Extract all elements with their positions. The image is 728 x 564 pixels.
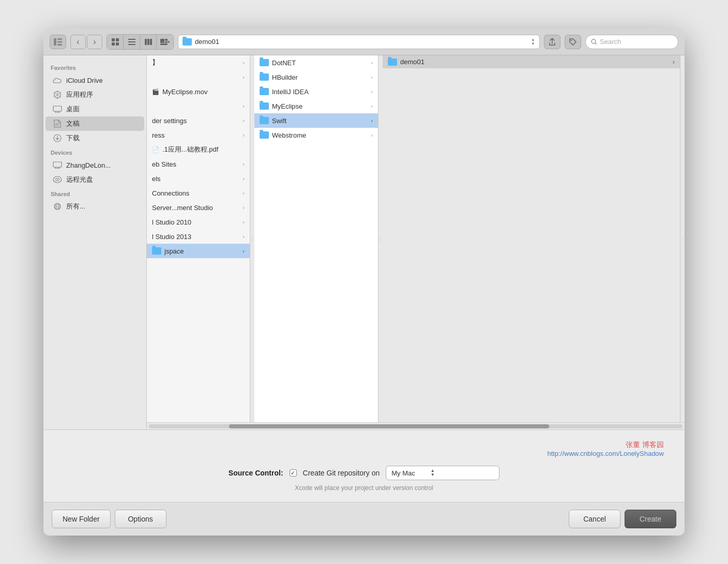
location-arrows: ▲▼ [531,38,535,46]
list-item[interactable]: › [147,70,250,84]
search-box[interactable]: Search [585,35,678,49]
devices-label: Devices [43,145,146,158]
apps-icon [53,90,62,99]
gallery-view-button[interactable]: ▾ [157,35,173,49]
cancel-button[interactable]: Cancel [569,510,620,528]
save-dialog: ‹ › [43,28,685,536]
chevron-right-icon: › [242,204,245,211]
favorites-label: Favorites [43,61,146,73]
folder-icon [260,59,269,66]
sidebar-item-disk[interactable]: 远程光盘 [46,172,144,187]
list-item[interactable]: MyEclipse › [254,99,378,113]
create-button[interactable]: Create [625,510,676,528]
downloads-label: 下载 [66,133,80,143]
chevron-right-icon: › [242,117,245,124]
column-2: DotNET › HBuilder › In [254,55,378,422]
svg-rect-2 [57,41,62,42]
desktop-label: 桌面 [66,105,80,114]
list-item[interactable]: eb Sites › [147,157,250,171]
column-view-button[interactable] [140,35,157,49]
chevron-right-icon: › [242,132,245,138]
svg-rect-13 [150,39,152,45]
svg-rect-12 [147,39,149,45]
list-item[interactable]: der settings › [147,113,250,128]
chevron-right-icon: › [242,60,245,66]
new-folder-button[interactable]: New Folder [52,510,111,528]
source-control-label: Source Control: [229,469,283,477]
col-separator-3[interactable]: ⋮ [680,55,685,422]
back-button[interactable]: ‹ [70,35,86,49]
svg-rect-3 [57,44,62,46]
tag-button[interactable] [565,35,581,49]
list-item[interactable]: 📄 .1应用...础教程.pdf [147,142,250,157]
col-separator-1[interactable]: ⋮ [250,55,254,422]
monitor-icon [53,160,62,170]
chevron-right-icon: › [242,103,245,109]
list-item[interactable]: Webstrome › [254,128,378,142]
docs-icon [53,119,62,128]
git-checkbox[interactable]: ✓ [290,469,297,477]
search-icon [591,39,597,45]
nav-buttons: ‹ › [70,35,102,49]
scrollbar-thumb[interactable] [229,424,549,428]
scrollbar-track[interactable] [149,424,682,428]
list-item[interactable]: DotNET › [254,55,378,70]
folder-icon [260,117,269,124]
chevron-right-icon: › [371,132,373,138]
location-bar[interactable]: demo01 ▲▼ [178,35,540,49]
sidebar-item-docs[interactable]: 文稿 [46,116,144,131]
sidebar-item-apps[interactable]: 应用程序 [46,87,144,102]
git-text: Create Git repository on [303,469,380,477]
network-label: 所有... [66,202,85,211]
col-separator-2[interactable]: ⋮ [378,55,383,422]
share-button[interactable] [544,35,560,49]
svg-rect-7 [116,42,119,46]
options-button[interactable]: Options [115,510,166,528]
chevron-right-icon: › [371,74,373,80]
sidebar-toggle-button[interactable] [50,35,66,49]
shared-label: Shared [43,187,146,199]
svg-rect-11 [145,39,147,45]
svg-point-18 [571,39,572,40]
list-item[interactable]: l Studio 2013 › [147,229,250,244]
browser-area: 】 › › 🎬 MyEclipse.mov [147,55,685,429]
column3-title: demo01 [400,58,424,66]
location-text: demo01 [195,38,219,46]
icon-view-button[interactable] [107,35,124,49]
list-item[interactable]: jspace › [147,244,250,258]
sidebar-item-mac[interactable]: ZhangDeLon... [46,158,144,172]
column-1: 】 › › 🎬 MyEclipse.mov [147,55,250,422]
git-dropdown[interactable]: My Mac ▲▼ [386,466,499,480]
columns-container: 】 › › 🎬 MyEclipse.mov [147,55,685,422]
sidebar-item-desktop[interactable]: 桌面 [46,102,144,116]
watermark: 张董 博客园 http://www.cnblogs.com/LonelyShad… [64,440,664,457]
chevron-right-icon: › [242,233,245,240]
sidebar-item-network[interactable]: 所有... [46,199,144,214]
disk-icon [53,175,62,184]
list-view-button[interactable] [124,35,140,49]
svg-rect-28 [53,162,62,167]
list-item[interactable]: ress › [147,128,250,142]
forward-button[interactable]: › [87,35,102,49]
list-item[interactable]: els › [147,171,250,186]
list-item[interactable]: Connections › [147,186,250,200]
list-item[interactable]: 🎬 MyEclipse.mov [147,84,250,99]
list-item[interactable]: HBuilder › [254,70,378,84]
list-item[interactable]: IntelliJ IDEA › [254,84,378,99]
list-item[interactable]: Swift › [254,113,378,128]
git-hint: Xcode will place your project under vers… [64,484,664,492]
list-item[interactable]: › [147,99,250,113]
apps-label: 应用程序 [66,90,93,99]
list-item[interactable]: l Studio 2010 › [147,215,250,229]
list-item[interactable]: 】 › [147,55,250,70]
svg-point-19 [592,39,596,43]
sidebar-item-icloud[interactable]: iCloud Drive [46,73,144,87]
network-icon [53,202,62,211]
svg-rect-6 [112,42,115,46]
sidebar-item-downloads[interactable]: 下载 [46,131,144,145]
svg-rect-9 [128,41,135,42]
list-item[interactable]: Server...ment Studio › [147,200,250,215]
scrollbar-area [147,422,685,429]
svg-rect-10 [128,44,135,45]
view-toggle-group: ▾ [107,34,174,50]
